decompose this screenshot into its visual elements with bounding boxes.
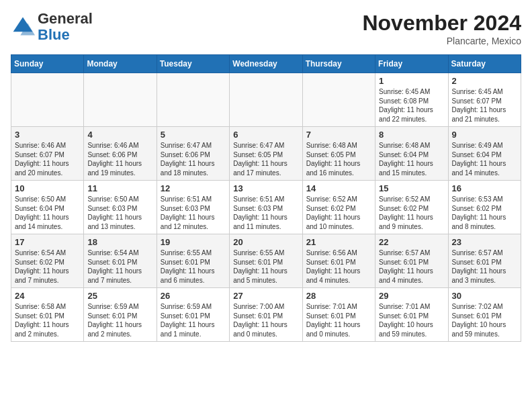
calendar-cell: 19Sunrise: 6:55 AM Sunset: 6:01 PM Dayli… [157, 234, 229, 288]
day-header-sunday: Sunday [11, 55, 84, 73]
calendar-cell: 28Sunrise: 7:01 AM Sunset: 6:01 PM Dayli… [302, 288, 375, 342]
cell-info: Sunrise: 6:50 AM Sunset: 6:04 PM Dayligh… [15, 195, 80, 231]
calendar-table: SundayMondayTuesdayWednesdayThursdayFrid… [11, 54, 521, 342]
title-block: November 2024 Plancarte, Mexico [362, 11, 521, 46]
cell-info: Sunrise: 6:57 AM Sunset: 6:01 PM Dayligh… [452, 248, 517, 285]
month-title: November 2024 [362, 11, 521, 36]
day-header-tuesday: Tuesday [157, 55, 229, 73]
calendar-cell [84, 73, 157, 127]
day-number: 14 [306, 183, 371, 193]
day-number: 7 [306, 130, 371, 140]
logo: General Blue [11, 11, 93, 43]
cell-info: Sunrise: 6:49 AM Sunset: 6:04 PM Dayligh… [452, 141, 517, 177]
calendar-week-4: 17Sunrise: 6:54 AM Sunset: 6:02 PM Dayli… [11, 234, 521, 288]
cell-info: Sunrise: 6:45 AM Sunset: 6:08 PM Dayligh… [379, 87, 444, 124]
day-number: 8 [379, 130, 444, 140]
calendar-cell [302, 73, 375, 127]
cell-info: Sunrise: 6:48 AM Sunset: 6:05 PM Dayligh… [306, 141, 371, 177]
cell-info: Sunrise: 6:54 AM Sunset: 6:02 PM Dayligh… [15, 248, 80, 285]
day-number: 24 [15, 291, 80, 301]
page-header: General Blue November 2024 Plancarte, Me… [11, 11, 521, 46]
calendar-cell: 5Sunrise: 6:47 AM Sunset: 6:06 PM Daylig… [157, 127, 229, 181]
calendar-cell [157, 73, 229, 127]
cell-info: Sunrise: 6:56 AM Sunset: 6:01 PM Dayligh… [306, 248, 371, 285]
calendar-cell: 29Sunrise: 7:01 AM Sunset: 6:01 PM Dayli… [375, 288, 448, 342]
calendar-body: 1Sunrise: 6:45 AM Sunset: 6:08 PM Daylig… [11, 73, 521, 342]
location: Plancarte, Mexico [362, 36, 521, 46]
calendar-cell: 24Sunrise: 6:58 AM Sunset: 6:01 PM Dayli… [11, 288, 84, 342]
day-number: 30 [452, 291, 517, 301]
day-number: 1 [379, 76, 444, 86]
day-number: 3 [15, 130, 80, 140]
cell-info: Sunrise: 7:01 AM Sunset: 6:01 PM Dayligh… [379, 302, 444, 338]
day-header-monday: Monday [84, 55, 157, 73]
day-number: 20 [233, 237, 298, 247]
cell-info: Sunrise: 6:47 AM Sunset: 6:06 PM Dayligh… [161, 141, 226, 177]
calendar-cell: 16Sunrise: 6:53 AM Sunset: 6:02 PM Dayli… [448, 181, 521, 234]
calendar-cell: 13Sunrise: 6:51 AM Sunset: 6:03 PM Dayli… [230, 181, 302, 234]
cell-info: Sunrise: 6:55 AM Sunset: 6:01 PM Dayligh… [233, 248, 298, 285]
calendar-cell: 22Sunrise: 6:57 AM Sunset: 6:01 PM Dayli… [375, 234, 448, 288]
day-number: 27 [233, 291, 298, 301]
day-number: 28 [306, 291, 371, 301]
calendar-cell: 1Sunrise: 6:45 AM Sunset: 6:08 PM Daylig… [375, 73, 448, 127]
cell-info: Sunrise: 6:47 AM Sunset: 6:05 PM Dayligh… [233, 141, 298, 177]
calendar-cell: 4Sunrise: 6:46 AM Sunset: 6:06 PM Daylig… [84, 127, 157, 181]
calendar-cell: 2Sunrise: 6:45 AM Sunset: 6:07 PM Daylig… [448, 73, 521, 127]
calendar-cell: 17Sunrise: 6:54 AM Sunset: 6:02 PM Dayli… [11, 234, 84, 288]
day-header-thursday: Thursday [302, 55, 375, 73]
day-number: 12 [161, 183, 226, 193]
calendar-cell: 27Sunrise: 7:00 AM Sunset: 6:01 PM Dayli… [230, 288, 302, 342]
cell-info: Sunrise: 6:59 AM Sunset: 6:01 PM Dayligh… [87, 302, 152, 338]
cell-info: Sunrise: 6:54 AM Sunset: 6:01 PM Dayligh… [87, 248, 152, 285]
calendar-cell: 12Sunrise: 6:51 AM Sunset: 6:03 PM Dayli… [157, 181, 229, 234]
day-number: 11 [87, 183, 152, 193]
calendar-cell: 23Sunrise: 6:57 AM Sunset: 6:01 PM Dayli… [448, 234, 521, 288]
calendar-cell: 9Sunrise: 6:49 AM Sunset: 6:04 PM Daylig… [448, 127, 521, 181]
calendar-week-5: 24Sunrise: 6:58 AM Sunset: 6:01 PM Dayli… [11, 288, 521, 342]
cell-info: Sunrise: 6:45 AM Sunset: 6:07 PM Dayligh… [452, 87, 517, 124]
day-header-friday: Friday [375, 55, 448, 73]
cell-info: Sunrise: 6:57 AM Sunset: 6:01 PM Dayligh… [379, 248, 444, 285]
day-number: 6 [233, 130, 298, 140]
calendar-week-3: 10Sunrise: 6:50 AM Sunset: 6:04 PM Dayli… [11, 181, 521, 234]
day-number: 17 [15, 237, 80, 247]
calendar-cell [230, 73, 302, 127]
day-number: 5 [161, 130, 226, 140]
calendar-week-2: 3Sunrise: 6:46 AM Sunset: 6:07 PM Daylig… [11, 127, 521, 181]
calendar-header-row: SundayMondayTuesdayWednesdayThursdayFrid… [11, 55, 521, 73]
day-number: 9 [452, 130, 517, 140]
day-number: 19 [161, 237, 226, 247]
calendar-cell: 15Sunrise: 6:52 AM Sunset: 6:02 PM Dayli… [375, 181, 448, 234]
day-header-saturday: Saturday [448, 55, 521, 73]
day-number: 29 [379, 291, 444, 301]
calendar-cell: 18Sunrise: 6:54 AM Sunset: 6:01 PM Dayli… [84, 234, 157, 288]
day-number: 15 [379, 183, 444, 193]
calendar-cell: 3Sunrise: 6:46 AM Sunset: 6:07 PM Daylig… [11, 127, 84, 181]
calendar-week-1: 1Sunrise: 6:45 AM Sunset: 6:08 PM Daylig… [11, 73, 521, 127]
day-number: 16 [452, 183, 517, 193]
day-header-wednesday: Wednesday [230, 55, 302, 73]
cell-info: Sunrise: 7:02 AM Sunset: 6:01 PM Dayligh… [452, 302, 517, 338]
cell-info: Sunrise: 6:52 AM Sunset: 6:02 PM Dayligh… [306, 195, 371, 231]
cell-info: Sunrise: 6:50 AM Sunset: 6:03 PM Dayligh… [87, 195, 152, 231]
logo-icon [11, 15, 35, 39]
cell-info: Sunrise: 6:52 AM Sunset: 6:02 PM Dayligh… [379, 195, 444, 231]
cell-info: Sunrise: 6:46 AM Sunset: 6:06 PM Dayligh… [87, 141, 152, 177]
cell-info: Sunrise: 6:59 AM Sunset: 6:01 PM Dayligh… [161, 302, 226, 338]
cell-info: Sunrise: 6:51 AM Sunset: 6:03 PM Dayligh… [161, 195, 226, 231]
cell-info: Sunrise: 6:51 AM Sunset: 6:03 PM Dayligh… [233, 195, 298, 231]
calendar-cell: 30Sunrise: 7:02 AM Sunset: 6:01 PM Dayli… [448, 288, 521, 342]
calendar-cell: 11Sunrise: 6:50 AM Sunset: 6:03 PM Dayli… [84, 181, 157, 234]
calendar-cell: 7Sunrise: 6:48 AM Sunset: 6:05 PM Daylig… [302, 127, 375, 181]
calendar-cell: 26Sunrise: 6:59 AM Sunset: 6:01 PM Dayli… [157, 288, 229, 342]
calendar-cell: 10Sunrise: 6:50 AM Sunset: 6:04 PM Dayli… [11, 181, 84, 234]
day-number: 23 [452, 237, 517, 247]
logo-general: General [38, 10, 93, 27]
day-number: 2 [452, 76, 517, 86]
cell-info: Sunrise: 7:00 AM Sunset: 6:01 PM Dayligh… [233, 302, 298, 338]
cell-info: Sunrise: 6:53 AM Sunset: 6:02 PM Dayligh… [452, 195, 517, 231]
cell-info: Sunrise: 6:46 AM Sunset: 6:07 PM Dayligh… [15, 141, 80, 177]
calendar-cell: 14Sunrise: 6:52 AM Sunset: 6:02 PM Dayli… [302, 181, 375, 234]
day-number: 22 [379, 237, 444, 247]
